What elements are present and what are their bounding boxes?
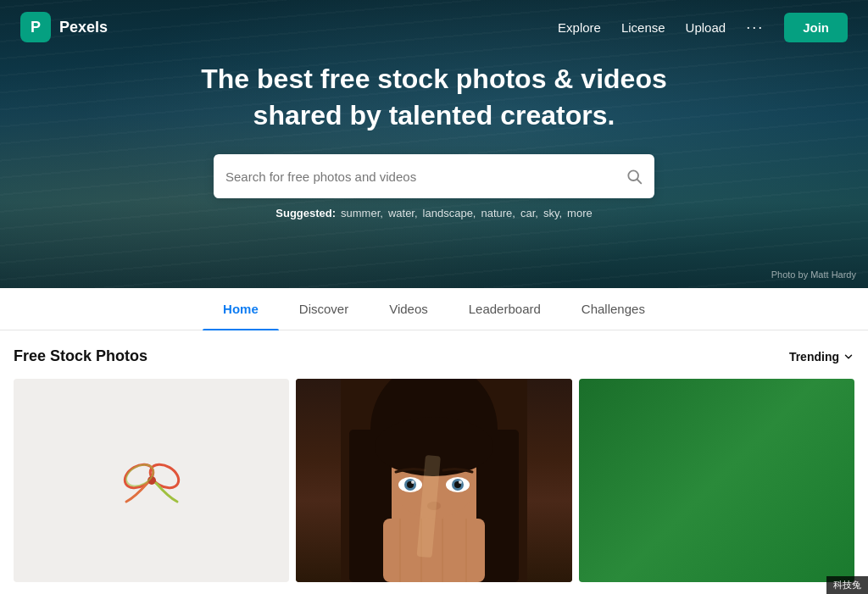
brand-name: Pexels	[59, 19, 108, 36]
suggest-more[interactable]: more	[567, 207, 593, 219]
license-link[interactable]: License	[621, 20, 665, 35]
navbar-right: Explore License Upload ··· Join	[558, 13, 848, 42]
suggest-summer[interactable]: summer,	[341, 207, 383, 219]
suggest-sky[interactable]: sky,	[543, 207, 562, 219]
search-button[interactable]	[626, 168, 643, 185]
suggest-nature[interactable]: nature,	[481, 207, 515, 219]
more-menu-dots[interactable]: ···	[746, 19, 764, 36]
trending-sort-button[interactable]: Trending	[789, 350, 854, 364]
photo-credit: Photo by Matt Hardy	[771, 269, 856, 280]
photo-card[interactable]	[579, 379, 854, 582]
suggest-water[interactable]: water,	[388, 207, 418, 219]
suggest-landscape[interactable]: landscape,	[423, 207, 476, 219]
watermark: 科技兔	[826, 576, 868, 582]
svg-line-1	[637, 180, 642, 184]
hero-title: The best free stock photos & videos shar…	[201, 61, 666, 134]
content-area: Free Stock Photos Trending	[0, 330, 868, 582]
tab-videos[interactable]: Videos	[369, 288, 448, 330]
photo-card[interactable]	[14, 379, 289, 582]
chevron-down-icon	[843, 351, 854, 363]
photo-grid	[14, 379, 854, 582]
tab-leaderboard[interactable]: Leaderboard	[448, 288, 561, 330]
explore-link[interactable]: Explore	[558, 20, 601, 35]
upload-link[interactable]: Upload	[686, 20, 726, 35]
search-input[interactable]	[225, 169, 626, 184]
tabs-bar: Home Discover Videos Leaderboard Challen…	[0, 288, 868, 330]
face-image	[296, 379, 571, 582]
tab-discover[interactable]: Discover	[279, 288, 369, 330]
search-bar	[214, 154, 654, 198]
tab-home[interactable]: Home	[203, 288, 279, 330]
section-header: Free Stock Photos Trending	[14, 347, 854, 365]
section-title: Free Stock Photos	[14, 347, 147, 365]
join-button[interactable]: Join	[784, 13, 848, 42]
suggested-label: Suggested:	[275, 207, 336, 219]
tab-challenges[interactable]: Challenges	[561, 288, 665, 330]
photo-card[interactable]	[296, 379, 571, 582]
svg-point-19	[411, 480, 415, 484]
navbar-left: P Pexels	[20, 12, 108, 42]
suggest-car[interactable]: car,	[520, 207, 538, 219]
suggested-row: Suggested: summer, water, landscape, nat…	[275, 207, 592, 219]
logo-icon[interactable]: P	[20, 12, 51, 42]
navbar: P Pexels Explore License Upload ··· Join	[0, 0, 868, 54]
bow-image	[109, 447, 194, 514]
svg-point-20	[459, 480, 462, 484]
